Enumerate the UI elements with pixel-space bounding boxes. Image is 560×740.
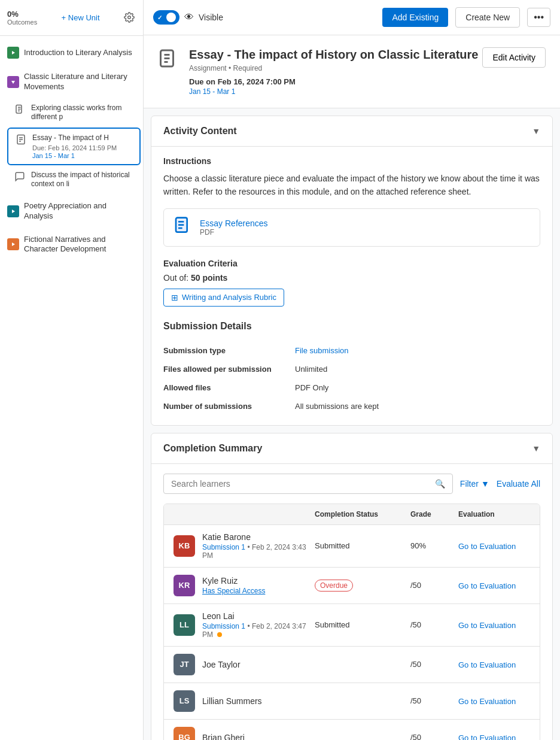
- unit-arrow-1: [7, 47, 19, 59]
- sidebar-item-discuss[interactable]: Discuss the impact of historical context…: [7, 166, 141, 194]
- sidebar: 0% Outcomes + New Unit Introduction to L…: [0, 0, 144, 740]
- outcomes-label: Outcomes: [7, 19, 37, 26]
- sidebar-item-essay[interactable]: Essay - The impact of H Due: Feb 16, 202…: [7, 128, 141, 165]
- sidebar-item-discuss-title: Discuss the impact of historical context…: [31, 171, 133, 189]
- unit-title-4: Fictional Narratives and Character Devel…: [24, 235, 136, 255]
- submission-row-files-allowed: Files allowed per submission Unlimited: [163, 360, 540, 378]
- learner-eval-katie: Go to Evaluation: [458, 541, 530, 551]
- activity-meta: Assignment • Required: [189, 64, 478, 72]
- assignment-icon: [16, 134, 28, 146]
- unit-header-1[interactable]: Introduction to Literary Analysis: [0, 41, 143, 65]
- attachment-box[interactable]: Essay References PDF: [163, 208, 540, 247]
- visible-toggle[interactable]: ✓: [153, 10, 179, 25]
- completion-summary-title: Completion Summary: [163, 443, 262, 454]
- learner-name-katie: Katie Barone: [202, 532, 315, 542]
- add-existing-button[interactable]: Add Existing: [382, 8, 448, 27]
- learner-grade-joe: /50: [410, 660, 458, 669]
- gear-icon[interactable]: [124, 12, 136, 24]
- unit-header-3[interactable]: Poetry Appreciation and Analysis: [0, 195, 143, 228]
- unit-header-4[interactable]: Fictional Narratives and Character Devel…: [0, 229, 143, 261]
- go-to-eval-kyle[interactable]: Go to Evaluation: [458, 581, 516, 590]
- submission-row-num-submissions: Number of submissions All submissions ar…: [163, 397, 540, 416]
- completion-summary-chevron[interactable]: ▼: [532, 444, 540, 453]
- learner-sub-kyle: Has Special Access: [202, 587, 315, 595]
- submission-label-allowed-files: Allowed files: [163, 383, 295, 392]
- submission-value-num-submissions: All submissions are kept: [295, 402, 379, 411]
- edit-activity-button[interactable]: Edit Activity: [482, 47, 546, 68]
- learner-info-lillian: Lillian Summers: [202, 696, 315, 706]
- unit-header-2[interactable]: Classic Literature and Literary Movement…: [0, 66, 143, 98]
- avatar-joe: JT: [174, 654, 195, 675]
- search-icon[interactable]: 🔍: [435, 479, 445, 489]
- learner-info-brian: Brian Gheri: [202, 733, 315, 740]
- go-to-eval-katie[interactable]: Go to Evaluation: [458, 542, 516, 551]
- submission-row-allowed-files: Allowed files PDF Only: [163, 378, 540, 397]
- submission-row-type: Submission type File submission: [163, 341, 540, 360]
- svg-point-0: [128, 16, 131, 19]
- rubric-button[interactable]: ⊞ Writing and Analysis Rubric: [163, 289, 284, 307]
- create-new-button[interactable]: Create New: [455, 7, 520, 28]
- learner-grade-katie: 90%: [410, 541, 458, 550]
- learner-eval-brian: Go to Evaluation: [458, 733, 530, 740]
- learner-row-brian: BG Brian Gheri /50 Go to Evaluation: [164, 720, 540, 740]
- submission-details-title: Submission Details: [163, 321, 540, 332]
- learner-info-katie: Katie Barone Submission 1 • Feb 2, 2024 …: [202, 532, 315, 560]
- activity-content-section: Activity Content ▼ Instructions Choose a…: [151, 116, 553, 426]
- special-access-kyle[interactable]: Has Special Access: [202, 587, 265, 595]
- learner-name-joe: Joe Taylor: [202, 660, 315, 669]
- toggle-check-icon: ✓: [157, 14, 162, 21]
- toggle-container: ✓ 👁 Visible: [153, 10, 223, 25]
- new-unit-button[interactable]: + New Unit: [62, 13, 100, 22]
- learner-grade-kyle: /50: [410, 581, 458, 590]
- dot-orange-leon: [217, 632, 222, 637]
- submission-table: Submission type File submission Files al…: [163, 341, 540, 416]
- activity-title: Essay - The impact of History on Classic…: [189, 47, 478, 62]
- search-input[interactable]: [171, 479, 435, 489]
- submission-value-type: File submission: [295, 346, 349, 355]
- sidebar-item-essay-content: Essay - The impact of H Due: Feb 16, 202…: [32, 134, 132, 159]
- sidebar-item-exploring-content: Exploring classic works from different p: [31, 104, 133, 122]
- activity-header: Essay - The impact of History on Classic…: [144, 35, 560, 108]
- search-box[interactable]: 🔍: [163, 474, 453, 494]
- go-to-eval-leon[interactable]: Go to Evaluation: [458, 621, 516, 630]
- submission-value-allowed-files: PDF Only: [295, 383, 328, 392]
- learner-info-leon: Leon Lai Submission 1 • Feb 2, 2024 3:47…: [202, 611, 315, 639]
- activity-doc-icon: [158, 48, 179, 70]
- evaluate-all-button[interactable]: Evaluate All: [497, 479, 540, 489]
- activity-content-chevron[interactable]: ▼: [532, 126, 540, 136]
- svg-marker-1: [12, 51, 15, 54]
- unit-arrow-2: [7, 76, 19, 88]
- more-options-button[interactable]: •••: [527, 8, 550, 27]
- svg-marker-12: [12, 242, 15, 246]
- learner-name-brian: Brian Gheri: [202, 733, 315, 740]
- attachment-info: Essay References PDF: [200, 219, 268, 236]
- svg-marker-2: [11, 81, 15, 84]
- attachment-type: PDF: [200, 228, 268, 236]
- learner-grade-brian: /50: [410, 733, 458, 740]
- unit-title-2: Classic Literature and Literary Movement…: [24, 72, 136, 92]
- submission-details-section: Submission Details Submission type File …: [163, 321, 540, 416]
- go-to-eval-joe[interactable]: Go to Evaluation: [458, 660, 516, 669]
- filter-button[interactable]: Filter ▼: [460, 479, 489, 489]
- learner-eval-kyle: Go to Evaluation: [458, 581, 530, 590]
- unit-title-1: Introduction to Literary Analysis: [24, 48, 132, 58]
- completion-summary-body: 🔍 Filter ▼ Evaluate All Completion Statu…: [151, 464, 552, 740]
- go-to-eval-brian[interactable]: Go to Evaluation: [458, 733, 516, 740]
- toggle-knob: [166, 13, 176, 22]
- sidebar-item-exploring[interactable]: Exploring classic works from different p: [7, 99, 141, 127]
- eval-criteria-section: Evaluation Criteria Out of: 50 points ⊞ …: [163, 259, 540, 307]
- visible-label: Visible: [199, 13, 223, 22]
- avatar-leon: LL: [174, 614, 195, 636]
- sidebar-header-left: 0% Outcomes: [7, 10, 37, 26]
- unit-2-items: Exploring classic works from different p…: [0, 99, 143, 194]
- sidebar-item-discuss-content: Discuss the impact of historical context…: [31, 171, 133, 189]
- learner-row-kyle: KR Kyle Ruiz Has Special Access Overdue …: [164, 568, 540, 604]
- activity-content-title: Activity Content: [163, 126, 237, 137]
- attachment-name: Essay References: [200, 219, 268, 228]
- sidebar-header: 0% Outcomes + New Unit: [0, 0, 143, 36]
- instructions-label: Instructions: [163, 156, 540, 166]
- unit-arrow-3: [7, 205, 19, 217]
- attachment-doc-icon: [174, 216, 193, 239]
- go-to-eval-lillian[interactable]: Go to Evaluation: [458, 697, 516, 706]
- activity-content-body: Instructions Choose a classic literature…: [151, 147, 552, 425]
